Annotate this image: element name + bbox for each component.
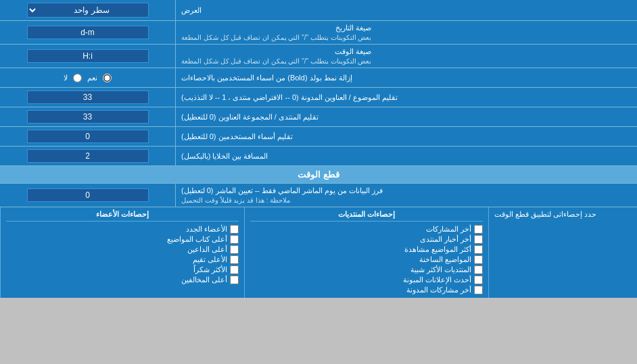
cell-spacing-input[interactable]	[27, 149, 149, 163]
username-trim-label: تقليم أسماء المستخدمين (0 للتعطيل)	[176, 127, 637, 146]
members-stats-group: إحصاءات الأعضاء الأعضاء الجدد أعلى كتاب …	[0, 207, 244, 298]
members-stat-checkbox-5[interactable]	[230, 265, 239, 274]
stats-apply-label-container: حدد إحصاءاتى لتطبيق قطع الوقت	[488, 207, 637, 298]
time-cut-label-text: فرز البيانات من يوم الماشر الماضي فقط --…	[181, 186, 383, 195]
posts-stat-checkbox-5[interactable]	[474, 265, 483, 274]
time-cut-section-title: قطع الوقت	[298, 170, 339, 180]
posts-stat-label-7: أخر مشاركات المدونة	[406, 286, 471, 294]
members-stat-label-3: أعلى الداعين	[187, 245, 227, 254]
posts-stat-item-1: أخر المشاركات	[250, 224, 483, 234]
time-format-row: صيغة الوقت بعض التكوينات يتطلب "/" التي …	[0, 45, 637, 68]
members-stat-item-2: أعلى كتاب المواضيع	[6, 234, 239, 244]
members-stat-item-4: الأعلى تقيم	[6, 255, 239, 265]
username-trim-control	[0, 127, 176, 146]
time-format-input[interactable]	[27, 49, 149, 63]
members-stat-label-4: الأعلى تقيم	[193, 255, 227, 264]
time-format-label: صيغة الوقت بعض التكوينات يتطلب "/" التي …	[176, 45, 637, 68]
posts-stat-label-1: أخر المشاركات	[426, 225, 471, 234]
time-format-sublabel: بعض التكوينات يتطلب "/" التي يمكن ان تضا…	[181, 57, 371, 65]
posts-stats-group: إحصاءات المنتديات أخر المشاركات أخر أخبا…	[244, 207, 488, 298]
bold-remove-label: إزالة نمط بولد (Bold) من اسماء المستخدمي…	[176, 68, 637, 87]
bold-no-radio[interactable]	[73, 74, 82, 82]
time-format-label-text: صيغة الوقت	[335, 47, 371, 55]
username-trim-label-text: تقليم أسماء المستخدمين (0 للتعطيل)	[181, 132, 293, 141]
bold-yes-label: نعم	[87, 74, 97, 82]
topic-trim-input[interactable]	[27, 90, 149, 104]
posts-stat-checkbox-3[interactable]	[474, 245, 483, 254]
bold-yes-radio[interactable]	[103, 74, 112, 82]
forum-trim-control	[0, 107, 176, 126]
stats-apply-label: حدد إحصاءاتى لتطبيق قطع الوقت	[494, 210, 596, 219]
time-cut-note: ملاحظة : هذا قد يزيد قليلاً وقت التحميل	[181, 197, 290, 204]
date-format-label-text: صيغة التاريخ	[335, 24, 371, 32]
posts-stat-item-7: أخر مشاركات المدونة	[250, 285, 483, 295]
cell-spacing-row: المسافة بين الخلايا (بالبكسل)	[0, 147, 637, 166]
display-label: العرض	[176, 0, 637, 20]
bold-remove-control: نعم لا	[0, 68, 176, 87]
topic-trim-row: تقليم الموضوع / العناوين المدونة (0 -- ا…	[0, 88, 637, 107]
forum-trim-label: تقليم المنتدى / المجموعة العناوين (0 للت…	[176, 107, 637, 126]
posts-stat-label-3: أكثر المواضيع مشاهدة	[404, 245, 471, 254]
cell-spacing-label: المسافة بين الخلايا (بالبكسل)	[176, 147, 637, 165]
posts-stat-label-6: أحدث الإعلانات المبونة	[403, 276, 471, 284]
username-trim-input[interactable]	[27, 130, 149, 143]
bold-remove-row: إزالة نمط بولد (Bold) من اسماء المستخدمي…	[0, 68, 637, 88]
members-stat-item-6: أعلى المخالفين	[6, 275, 239, 285]
members-stat-item-5: الأكثر شكراً	[6, 265, 239, 275]
time-cut-control	[0, 184, 176, 207]
bold-no-label: لا	[64, 74, 68, 82]
members-stat-item-1: الأعضاء الجدد	[6, 224, 239, 234]
forum-trim-input[interactable]	[27, 110, 149, 124]
date-format-label: صيغة التاريخ بعض التكوينات يتطلب "/" الت…	[176, 21, 637, 44]
stats-groups-container: إحصاءات المنتديات أخر المشاركات أخر أخبا…	[0, 207, 488, 298]
members-stat-label-2: أعلى كتاب المواضيع	[167, 235, 227, 244]
posts-stat-item-4: المواضيع الساخنة	[250, 255, 483, 265]
date-format-control	[0, 21, 176, 44]
members-stats-title: إحصاءات الأعضاء	[6, 210, 239, 222]
time-cut-input[interactable]	[27, 188, 149, 202]
posts-stat-item-5: المنتديات الأكثر شبية	[250, 265, 483, 275]
topic-trim-control	[0, 88, 176, 107]
forum-trim-row: تقليم المنتدى / المجموعة العناوين (0 للت…	[0, 107, 637, 127]
display-dropdown[interactable]: سطر واحد سطرين ثلاثة أسطر	[27, 3, 149, 18]
members-stat-checkbox-3[interactable]	[230, 245, 239, 254]
cell-spacing-control	[0, 147, 176, 165]
members-stat-item-3: أعلى الداعين	[6, 244, 239, 255]
display-label-text: العرض	[181, 6, 202, 15]
posts-stat-item-2: أخر أخبار المنتدى	[250, 234, 483, 244]
members-stat-label-1: الأعضاء الجدد	[186, 225, 227, 234]
time-cut-row: فرز البيانات من يوم الماشر الماضي فقط --…	[0, 184, 637, 207]
bold-radio-group: نعم لا	[64, 74, 112, 82]
posts-stat-checkbox-6[interactable]	[474, 276, 483, 284]
time-format-control	[0, 45, 176, 68]
topic-trim-label-text: تقليم الموضوع / العناوين المدونة (0 -- ا…	[181, 93, 398, 102]
posts-stat-checkbox-1[interactable]	[474, 225, 483, 234]
time-cut-section-header: قطع الوقت	[0, 166, 637, 184]
members-stat-checkbox-4[interactable]	[230, 255, 239, 264]
posts-stat-label-5: المنتديات الأكثر شبية	[410, 265, 471, 274]
time-cut-label: فرز البيانات من يوم الماشر الماضي فقط --…	[176, 184, 637, 207]
posts-stat-item-6: أحدث الإعلانات المبونة	[250, 275, 483, 285]
members-stat-checkbox-1[interactable]	[230, 225, 239, 234]
date-format-sublabel: بعض التكوينات يتطلب "/" التي يمكن ان تضا…	[181, 34, 371, 41]
cell-spacing-label-text: المسافة بين الخلايا (بالبكسل)	[181, 152, 268, 161]
forum-trim-label-text: تقليم المنتدى / المجموعة العناوين (0 للت…	[181, 113, 318, 122]
members-stat-label-6: أعلى المخالفين	[181, 276, 227, 284]
members-stat-checkbox-2[interactable]	[230, 235, 239, 244]
posts-stat-item-3: أكثر المواضيع مشاهدة	[250, 244, 483, 255]
date-format-input[interactable]	[27, 26, 149, 39]
posts-stats-title: إحصاءات المنتديات	[250, 210, 483, 222]
topic-trim-label: تقليم الموضوع / العناوين المدونة (0 -- ا…	[176, 88, 637, 107]
display-row: العرض سطر واحد سطرين ثلاثة أسطر	[0, 0, 637, 21]
posts-stat-checkbox-7[interactable]	[474, 286, 483, 294]
display-control: سطر واحد سطرين ثلاثة أسطر	[0, 0, 176, 20]
posts-stat-label-2: أخر أخبار المنتدى	[420, 235, 471, 244]
posts-stat-checkbox-4[interactable]	[474, 255, 483, 264]
posts-stat-label-4: المواضيع الساخنة	[419, 255, 471, 264]
bottom-stats-section: حدد إحصاءاتى لتطبيق قطع الوقت إحصاءات ال…	[0, 207, 637, 298]
members-stat-checkbox-6[interactable]	[230, 276, 239, 284]
members-stat-label-5: الأكثر شكراً	[193, 265, 227, 274]
posts-stat-checkbox-2[interactable]	[474, 235, 483, 244]
bold-remove-label-text: إزالة نمط بولد (Bold) من اسماء المستخدمي…	[181, 74, 352, 82]
username-trim-row: تقليم أسماء المستخدمين (0 للتعطيل)	[0, 127, 637, 147]
